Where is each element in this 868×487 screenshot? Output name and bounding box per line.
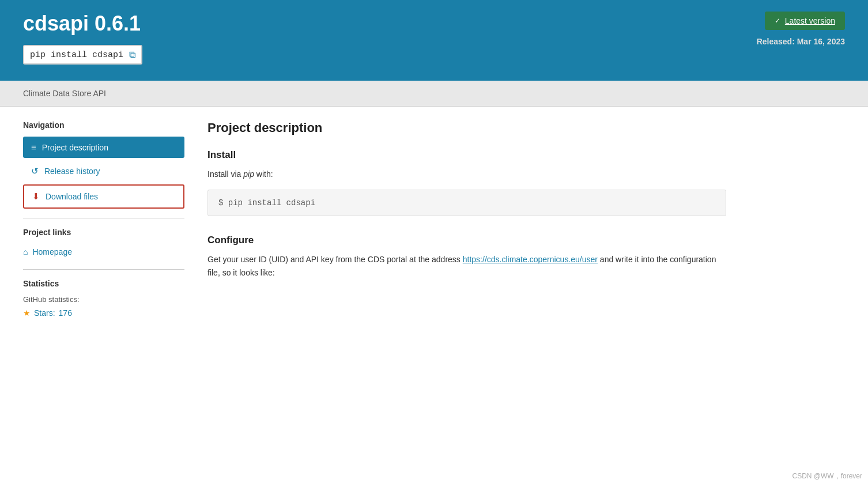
install-code-block: $ pip install cdsapi [207,190,726,216]
sub-header: Climate Data Store API [0,81,868,107]
configure-text-before: Get your user ID (UID) and API key from … [207,255,463,264]
homepage-label: Homepage [32,247,72,256]
configure-section: Configure Get your user ID (UID) and API… [207,235,726,279]
configure-title: Configure [207,235,726,246]
page-title: cdsapi 0.6.1 [23,12,142,36]
statistics-section: Statistics GitHub statistics: ★ Stars: 1… [23,279,184,318]
header-right: ✓ Latest version Released: Mar 16, 2023 [757,12,845,46]
stars-count: 176 [59,308,72,318]
check-icon: ✓ [775,17,780,25]
sidebar-divider-2 [23,269,184,270]
statistics-label: Statistics [23,279,184,288]
history-icon: ↺ [31,166,39,176]
latest-version-button[interactable]: ✓ Latest version [765,12,845,30]
sidebar: Navigation ≡ Project description ↺ Relea… [23,120,184,318]
install-title: Install [207,149,726,161]
latest-version-label: Latest version [785,16,835,25]
project-description-title: Project description [207,120,726,135]
copy-icon[interactable]: ⧉ [129,50,135,60]
install-text-before: Install via [207,169,243,179]
install-section: Install Install via pip with: $ pip inst… [207,149,726,216]
home-icon: ⌂ [23,247,28,256]
sidebar-divider-1 [23,218,184,218]
configure-text: Get your user ID (UID) and API key from … [207,253,726,279]
project-link-homepage[interactable]: ⌂ Homepage [23,244,184,260]
nav-label-release-history: Release history [44,167,100,176]
navigation-label: Navigation [23,120,184,130]
install-code: $ pip install cdsapi [218,198,315,207]
list-icon: ≡ [31,142,36,152]
nav-label-project-description: Project description [42,143,108,152]
stars-label: Stars: [34,308,55,318]
pip-install-box: pip install cdsapi ⧉ [23,45,142,65]
sidebar-item-download-files[interactable]: ⬇ Download files [23,184,184,209]
sidebar-item-project-description[interactable]: ≡ Project description [23,137,184,158]
page-header: cdsapi 0.6.1 pip install cdsapi ⧉ ✓ Late… [0,0,868,81]
sidebar-item-release-history[interactable]: ↺ Release history [23,160,184,182]
install-text-after: with: [254,169,273,179]
download-icon: ⬇ [32,191,40,202]
configure-link[interactable]: https://cds.climate.copernicus.eu/user [463,255,598,264]
install-text: Install via pip with: [207,168,726,180]
main-layout: Navigation ≡ Project description ↺ Relea… [0,107,868,331]
released-text: Released: Mar 16, 2023 [757,37,845,46]
project-links-label: Project links [23,228,184,237]
github-statistics-label: GitHub statistics: [23,295,184,304]
content-area: Project description Install Install via … [207,120,726,318]
star-icon: ★ [23,308,31,318]
pip-italic: pip [243,169,254,179]
nav-label-download-files: Download files [46,192,98,201]
pip-command-text: pip install cdsapi [30,50,123,60]
sub-header-text: Climate Data Store API [23,89,106,98]
header-left: cdsapi 0.6.1 pip install cdsapi ⧉ [23,12,142,65]
stars-item[interactable]: ★ Stars: 176 [23,308,184,318]
